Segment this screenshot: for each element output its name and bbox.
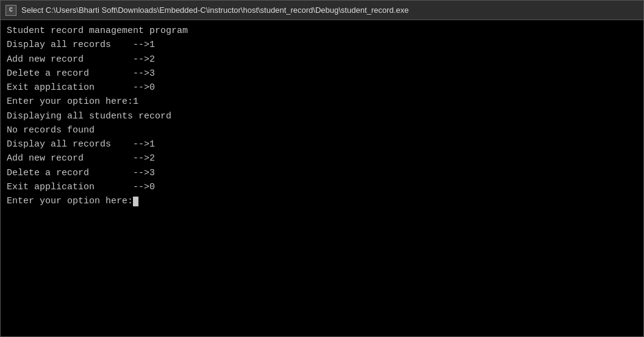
terminal-line: Add new record -->2	[7, 151, 637, 165]
terminal-line: Student record management program	[7, 24, 637, 38]
terminal-body[interactable]: Student record management programDisplay…	[1, 20, 643, 336]
terminal-line: Display all records -->1	[7, 38, 637, 52]
terminal-line: Add new record -->2	[7, 53, 637, 67]
title-bar: C Select C:\Users\Bharti Soft\Downloads\…	[1, 1, 643, 20]
terminal-line: Exit application -->0	[7, 81, 637, 95]
window-icon: C	[5, 5, 16, 16]
terminal-line: No records found	[7, 123, 637, 137]
terminal-line: Enter your option here:1	[7, 95, 637, 109]
terminal-line: Display all records -->1	[7, 137, 637, 151]
terminal-line: Exit application -->0	[7, 180, 637, 194]
title-bar-text: Select C:\Users\Bharti Soft\Downloads\Em…	[21, 5, 409, 15]
cursor	[133, 197, 138, 206]
terminal-line: Enter your option here:	[7, 194, 637, 208]
terminal-line: Displaying all students record	[7, 109, 637, 123]
terminal-line: Delete a record -->3	[7, 67, 637, 81]
terminal-line: Delete a record -->3	[7, 166, 637, 180]
terminal-window: C Select C:\Users\Bharti Soft\Downloads\…	[0, 0, 644, 337]
